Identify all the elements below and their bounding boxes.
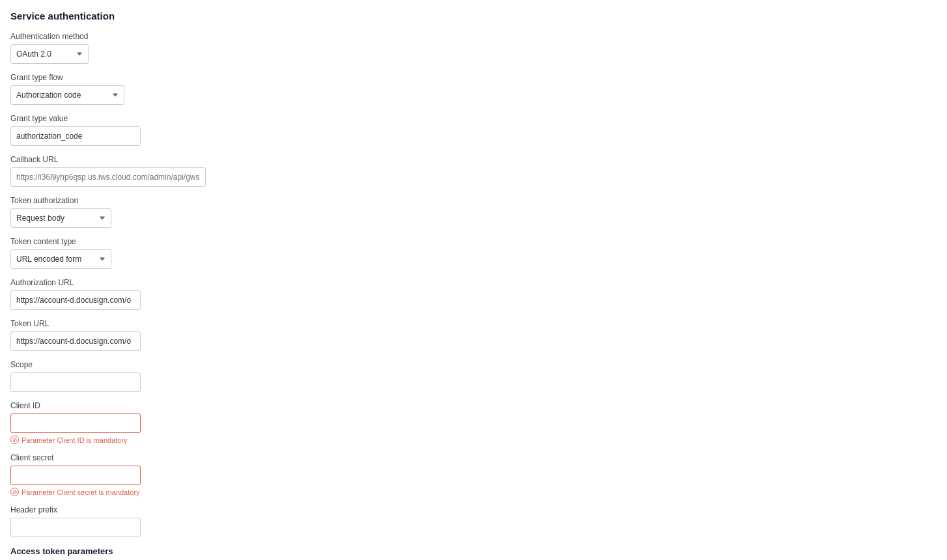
header-prefix-group: Header prefix	[10, 505, 937, 537]
auth-url-label: Authorization URL	[10, 278, 937, 287]
auth-url-group: Authorization URL	[10, 278, 937, 310]
access-token-section: Access token parameters +Add parameter	[10, 546, 937, 560]
scope-input[interactable]	[10, 372, 141, 392]
auth-method-group: Authentication method OAuth 2.0	[10, 32, 937, 64]
token-content-group: Token content type URL encoded form	[10, 237, 937, 269]
header-prefix-input[interactable]	[10, 518, 141, 537]
grant-type-flow-label: Grant type flow	[10, 73, 937, 82]
client-id-input[interactable]	[10, 413, 141, 433]
token-url-input[interactable]	[10, 331, 141, 351]
client-id-group: Client ID ⊘ Parameter Client ID is manda…	[10, 401, 937, 444]
auth-method-select[interactable]: OAuth 2.0	[10, 44, 89, 64]
client-id-label: Client ID	[10, 401, 937, 410]
token-auth-select-wrapper[interactable]: Request body	[10, 208, 111, 228]
client-secret-error: ⊘ Parameter Client secret is mandatory	[10, 488, 937, 496]
client-secret-label: Client secret	[10, 453, 937, 462]
token-url-group: Token URL	[10, 319, 937, 351]
client-id-error: ⊘ Parameter Client ID is mandatory	[10, 436, 937, 444]
callback-url-group: Callback URL	[10, 155, 937, 187]
token-auth-group: Token authorization Request body	[10, 196, 937, 228]
callback-url-input[interactable]	[10, 167, 206, 187]
token-auth-select[interactable]: Request body	[10, 208, 111, 228]
token-content-select[interactable]: URL encoded form	[10, 249, 111, 269]
client-secret-input[interactable]	[10, 466, 141, 485]
auth-method-select-wrapper[interactable]: OAuth 2.0	[10, 44, 89, 64]
grant-type-value-label: Grant type value	[10, 114, 937, 123]
page-title: Service authentication	[10, 10, 937, 21]
token-auth-label: Token authorization	[10, 196, 937, 205]
access-token-title: Access token parameters	[10, 546, 937, 556]
grant-type-flow-select-wrapper[interactable]: Authorization code	[10, 85, 124, 105]
callback-url-label: Callback URL	[10, 155, 937, 164]
auth-method-label: Authentication method	[10, 32, 937, 41]
grant-type-flow-select[interactable]: Authorization code	[10, 85, 124, 105]
grant-type-value-input[interactable]	[10, 126, 141, 146]
token-content-label: Token content type	[10, 237, 937, 246]
client-id-error-text: Parameter Client ID is mandatory	[21, 436, 128, 444]
auth-url-input[interactable]	[10, 290, 141, 310]
header-prefix-label: Header prefix	[10, 505, 937, 514]
client-secret-group: Client secret ⊘ Parameter Client secret …	[10, 453, 937, 496]
client-secret-error-text: Parameter Client secret is mandatory	[21, 488, 140, 496]
scope-group: Scope	[10, 360, 937, 392]
token-content-select-wrapper[interactable]: URL encoded form	[10, 249, 111, 269]
grant-type-flow-group: Grant type flow Authorization code	[10, 73, 937, 105]
scope-label: Scope	[10, 360, 937, 369]
token-url-label: Token URL	[10, 319, 937, 328]
client-secret-error-icon: ⊘	[10, 488, 19, 496]
grant-type-value-group: Grant type value	[10, 114, 937, 146]
client-id-error-icon: ⊘	[10, 436, 19, 444]
